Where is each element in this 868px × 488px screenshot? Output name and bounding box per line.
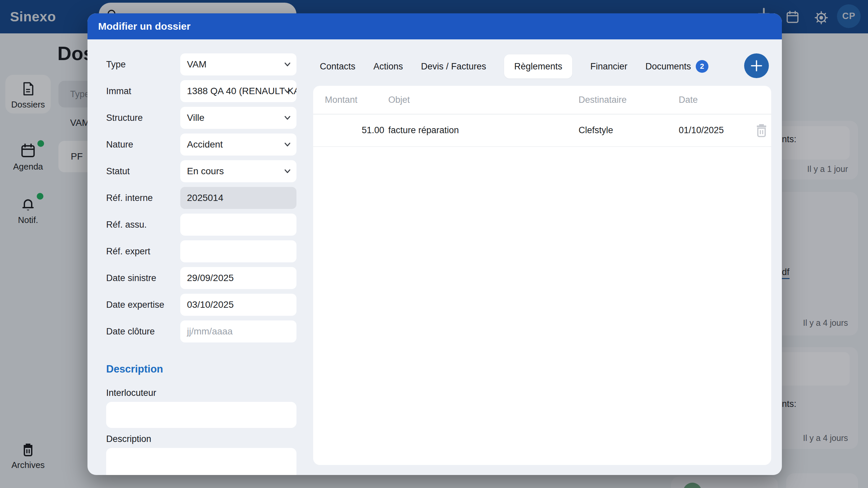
field-value: 1388 QA 40 (RENAULT KA <box>187 86 297 96</box>
chevron-down-icon <box>283 113 292 125</box>
reglements-table: Montant Objet Destinataire Date 51.00 fa… <box>313 86 771 465</box>
ref-assu-field[interactable] <box>180 214 297 236</box>
add-reglement-button[interactable] <box>744 54 769 78</box>
field-label: Réf. interne <box>106 187 180 209</box>
tab-actions[interactable]: Actions <box>374 61 403 72</box>
field-label: Statut <box>106 160 180 182</box>
field-label: Réf. assu. <box>106 214 180 236</box>
field-value: 2025014 <box>187 193 223 203</box>
field-label: Immat <box>106 80 180 102</box>
chevron-down-icon <box>283 60 292 71</box>
column-header-objet: Objet <box>388 95 579 105</box>
ref-interne-field: 2025014 <box>180 187 297 209</box>
description-label: Description <box>106 434 151 444</box>
cell-destinataire: Clefstyle <box>579 125 679 135</box>
column-header-date: Date <box>679 95 755 105</box>
cell-montant: 51.00 <box>325 125 388 135</box>
field-label: Structure <box>106 107 180 129</box>
table-row[interactable]: 51.00 facture réparation Clefstyle 01/10… <box>313 115 771 147</box>
form-row-ref-assu: Réf. assu. <box>106 214 297 236</box>
field-label: Date expertise <box>106 294 180 316</box>
tab-label: Documents <box>645 61 691 72</box>
delete-reglement-button[interactable] <box>755 123 769 138</box>
field-value: VAM <box>187 59 207 70</box>
structure-select[interactable]: Ville <box>180 107 297 129</box>
chevron-down-icon <box>283 87 292 98</box>
table-header-row: Montant Objet Destinataire Date <box>313 86 771 115</box>
form-row-structure: Structure Ville <box>106 107 297 129</box>
field-value: En cours <box>187 166 224 176</box>
interlocuteur-label: Interlocuteur <box>106 388 156 398</box>
statut-select[interactable]: En cours <box>180 160 297 182</box>
form-row-date-expertise: Date expertise 03/10/2025 <box>106 294 297 316</box>
tab-financier[interactable]: Financier <box>590 61 627 72</box>
form-row-type: Type VAM <box>106 54 297 75</box>
interlocuteur-input[interactable] <box>106 402 297 428</box>
form-row-ref-interne: Réf. interne 2025014 <box>106 187 297 209</box>
screen: Sinexo <box>0 0 868 488</box>
date-sinistre-field[interactable]: 29/09/2025 <box>180 267 297 289</box>
cell-objet: facture réparation <box>388 125 579 135</box>
tab-devis-factures[interactable]: Devis / Factures <box>421 61 486 72</box>
chevron-down-icon <box>283 167 292 178</box>
field-label: Type <box>106 54 180 75</box>
type-select[interactable]: VAM <box>180 54 297 75</box>
field-label: Réf. expert <box>106 240 180 262</box>
nature-select[interactable]: Accident <box>180 133 297 156</box>
modal-tabs: Contacts Actions Devis / Factures Règlem… <box>320 53 708 80</box>
date-cloture-field[interactable]: jj/mm/aaaa <box>180 320 297 343</box>
cell-date: 01/10/2025 <box>679 125 755 135</box>
form-row-ref-expert: Réf. expert <box>106 240 297 262</box>
documents-count-badge: 2 <box>696 60 708 73</box>
form-row-nature: Nature Accident <box>106 133 297 156</box>
form-row-immat: Immat 1388 QA 40 (RENAULT KA <box>106 80 297 102</box>
tab-contacts[interactable]: Contacts <box>320 61 355 72</box>
tab-documents[interactable]: Documents 2 <box>645 60 708 73</box>
form-row-statut: Statut En cours <box>106 160 297 182</box>
modal-header: Modifier un dossier <box>88 13 782 39</box>
date-expertise-field[interactable]: 03/10/2025 <box>180 294 297 316</box>
field-label: Date sinistre <box>106 267 180 289</box>
tab-reglements[interactable]: Règlements <box>504 55 572 78</box>
chevron-down-icon <box>283 140 292 151</box>
field-label: Nature <box>106 133 180 156</box>
field-value: 29/09/2025 <box>187 273 234 283</box>
modal-title: Modifier un dossier <box>98 13 191 39</box>
description-textarea[interactable] <box>106 448 297 475</box>
field-value: 03/10/2025 <box>187 299 234 310</box>
column-header-destinataire: Destinataire <box>579 95 679 105</box>
dossier-form: Type VAM Immat 1388 QA 40 (RENAULT KA St… <box>106 54 297 347</box>
immat-select[interactable]: 1388 QA 40 (RENAULT KA <box>180 80 297 102</box>
field-value: Accident <box>187 139 223 150</box>
field-value: Ville <box>187 112 204 123</box>
field-placeholder: jj/mm/aaaa <box>187 326 233 337</box>
description-section-heading: Description <box>106 363 163 375</box>
column-header-montant: Montant <box>325 95 388 105</box>
edit-dossier-modal: Modifier un dossier Type VAM Immat 1388 … <box>88 13 782 475</box>
ref-expert-field[interactable] <box>180 240 297 262</box>
form-row-date-sinistre: Date sinistre 29/09/2025 <box>106 267 297 289</box>
form-row-date-cloture: Date clôture jj/mm/aaaa <box>106 320 297 343</box>
field-label: Date clôture <box>106 320 180 343</box>
